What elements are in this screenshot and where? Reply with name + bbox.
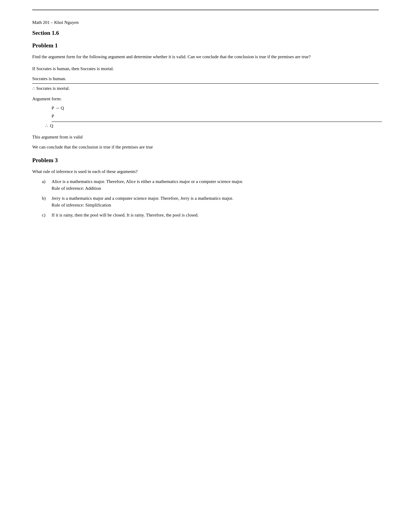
problem3-question: What rule of inference is used in each o…	[32, 168, 379, 175]
problem3-title: Problem 3	[32, 157, 379, 164]
section-title: Section 1.6	[32, 29, 379, 36]
validity2: We can conclude that the conclusion is t…	[32, 144, 379, 150]
list-item-c: c) If it is rainy, then the pool will be…	[42, 212, 379, 218]
premise2-container: Socrates is human.	[32, 75, 379, 84]
list-item-b: b) Jerry is a mathematics major and a co…	[42, 195, 379, 209]
list-label-b: b)	[42, 195, 52, 202]
page: Math 201 – Khoi Nguyen Section 1.6 Probl…	[0, 0, 411, 532]
problem3-list: a) Alice is a mathematics major. Therefo…	[42, 178, 379, 218]
argument-form-label: Argument form:	[32, 96, 379, 101]
form-line2-container: P	[52, 112, 379, 122]
form-line2: P	[52, 112, 382, 122]
list-label-a: a)	[42, 178, 52, 185]
premise1: If Socrates is human, then Socrates is m…	[32, 65, 379, 72]
premise2: Socrates is human.	[32, 75, 379, 84]
form-conclusion-text: Q	[50, 123, 53, 128]
form-line1: P → Q	[52, 104, 379, 112]
list-item-a: a) Alice is a mathematics major. Therefo…	[42, 178, 379, 192]
list-content-a: Alice is a mathematics major. Therefore,…	[52, 178, 243, 192]
course-header: Math 201 – Khoi Nguyen	[32, 20, 379, 25]
list-label-c: c)	[42, 212, 52, 218]
problem1-title: Problem 1	[32, 42, 379, 49]
form-conclusion-row: ∴ Q	[45, 123, 379, 128]
problem1-question: Find the argument form for the following…	[32, 53, 379, 60]
list-content-b: Jerry is a mathematics major and a compu…	[52, 195, 233, 209]
argument-form-block: P → Q P	[52, 104, 379, 122]
therefore-symbol: ∴	[32, 86, 35, 91]
form-therefore-symbol: ∴	[45, 123, 48, 128]
validity1: This argument from is valid	[32, 134, 379, 140]
conclusion: ∴ Socrates is mortal.	[32, 85, 379, 92]
conclusion-text: Socrates is mortal.	[35, 86, 70, 91]
top-border	[32, 10, 379, 10]
list-content-c: If it is rainy, then the pool will be cl…	[52, 212, 199, 218]
